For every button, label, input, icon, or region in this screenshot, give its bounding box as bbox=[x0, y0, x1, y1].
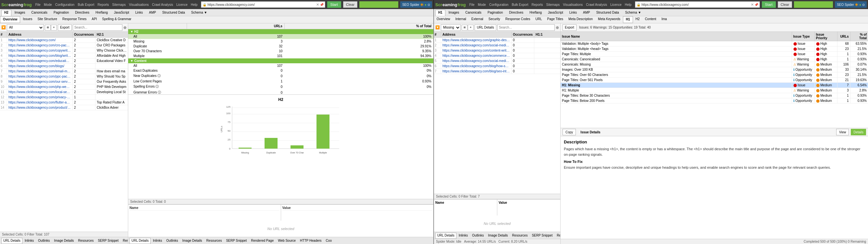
clear-button-left[interactable]: Clear bbox=[343, 1, 358, 8]
subtab-security-r[interactable]: Security bbox=[486, 16, 503, 23]
menu-config-1[interactable]: Configuration bbox=[54, 2, 76, 7]
table-row[interactable]: 5 https://www.clickboxagency.com/social-… bbox=[434, 58, 560, 64]
subtab-h1-r[interactable]: H1 bbox=[623, 16, 633, 23]
overview-row-over70[interactable]: Over 70 Characters 10 9.35% bbox=[128, 49, 433, 54]
table-row[interactable]: 3 https://www.clickboxagency.com/copywri… bbox=[0, 48, 128, 53]
tab-h1-right[interactable]: H1 bbox=[435, 10, 445, 16]
menu-licence-1[interactable]: Licence bbox=[175, 2, 189, 7]
btab-res-3[interactable]: Resources bbox=[510, 233, 530, 239]
issue-row[interactable]: Images: Over 100 KB ℹ Opportunity ⬤ Medi… bbox=[561, 67, 868, 72]
tab-structured[interactable]: Structured Data bbox=[159, 10, 188, 16]
content-row-low[interactable]: Low Content Pages 1 0.93% bbox=[128, 79, 433, 84]
subtab-pagetitles-r[interactable]: Page Titles bbox=[545, 16, 566, 23]
btab-rendered-2[interactable]: Rendered Page bbox=[249, 238, 276, 244]
tab-structured-r[interactable]: Structured Data bbox=[593, 10, 622, 16]
menu-vis-2[interactable]: Visualisations bbox=[561, 2, 584, 7]
menu-help-1[interactable]: Help bbox=[189, 2, 199, 7]
menu-crawl-2[interactable]: Crawl Analysis bbox=[584, 2, 609, 7]
menu-sitemaps-1[interactable]: Sitemaps bbox=[111, 2, 128, 7]
tab-images-r[interactable]: Images bbox=[446, 10, 462, 16]
tab-links-r[interactable]: Links bbox=[566, 10, 580, 16]
export-issues-btn[interactable]: Export bbox=[562, 24, 577, 31]
menu-reports-2[interactable]: Reports bbox=[530, 2, 545, 7]
btab-rendered-3[interactable]: Rendered Page bbox=[555, 233, 560, 239]
close-tab-left[interactable]: ✕ bbox=[315, 3, 320, 7]
export-button-3[interactable]: URL Details bbox=[474, 24, 496, 31]
btab-serp-3[interactable]: SERP Snippet bbox=[530, 233, 554, 239]
table-row[interactable]: 14 https://www.clickboxagency.com/produc… bbox=[0, 105, 128, 110]
filter-select-1[interactable]: All Missing Duplicate Over 70 Characters bbox=[7, 24, 44, 31]
view-list-icon[interactable]: ≡ bbox=[51, 25, 57, 30]
table-row[interactable]: 1 https://www.clickboxagency.com/graphic… bbox=[434, 38, 560, 43]
menu-file-1[interactable]: File bbox=[34, 2, 42, 7]
tab-schema-r[interactable]: Schema ▼ bbox=[622, 10, 644, 16]
start-button-left[interactable]: Start bbox=[327, 1, 341, 8]
table-row[interactable]: 5 https://www.clickboxagency.com/educati… bbox=[0, 58, 128, 64]
overview-row-duplicate[interactable]: Duplicate 32 29.91% bbox=[128, 44, 433, 49]
issue-row[interactable]: Page Titles: Over 561 Pixels ℹ Opportuni… bbox=[561, 78, 868, 83]
content-row-exact-dup[interactable]: Exact Duplicates 0 0% bbox=[128, 68, 433, 73]
view-button[interactable]: View bbox=[836, 129, 849, 135]
view-list-icon-3[interactable]: ≡ bbox=[468, 25, 474, 30]
btab-inlinks-1[interactable]: Inlinks bbox=[23, 238, 36, 244]
menu-sitemaps-2[interactable]: Sitemaps bbox=[545, 2, 562, 7]
tab-javascript-r[interactable]: JavaScript bbox=[545, 10, 566, 16]
table-row[interactable]: 4 https://www.clickboxagency.com/blog/wr… bbox=[0, 53, 128, 58]
menu-help-2[interactable]: Help bbox=[623, 2, 633, 7]
search-input-3[interactable] bbox=[497, 24, 555, 31]
subtab-ima-r[interactable]: Ima bbox=[659, 16, 670, 23]
start-button-right[interactable]: Start bbox=[762, 1, 776, 8]
subtab-url-r[interactable]: URL bbox=[533, 16, 545, 23]
subtab-external-r[interactable]: External bbox=[469, 16, 486, 23]
btab-serp-2[interactable]: SERP Snippet bbox=[224, 238, 249, 244]
issue-row[interactable]: Canonicals: Canonicalised ⚠ Warning ⬤ Hi… bbox=[561, 57, 868, 62]
btab-url-3[interactable]: URL Details bbox=[435, 233, 456, 239]
issue-row-highlighted[interactable]: H1: Missing ⬤ Issue ⬤ Medium 7 6.54% bbox=[561, 83, 868, 88]
tab-javascript[interactable]: JavaScript bbox=[111, 10, 132, 16]
menu-mode-1[interactable]: Mode bbox=[42, 2, 54, 7]
view-grid-icon[interactable]: ⊞ bbox=[45, 25, 51, 30]
table-row[interactable]: 2 https://www.clickboxagency.com/cro-pac… bbox=[0, 43, 128, 48]
table-row[interactable]: 10 https://www.clickboxagency.com/php-we… bbox=[0, 84, 128, 90]
clear-button-right[interactable]: Clear bbox=[778, 1, 792, 8]
btab-images-2[interactable]: Image Details bbox=[180, 238, 204, 244]
subtab-sitestructure[interactable]: Site Structure bbox=[35, 16, 60, 23]
close-tab-right[interactable]: ✕ bbox=[750, 3, 754, 7]
filter-btn-1[interactable]: ⊕ bbox=[123, 25, 127, 30]
menu-vis-1[interactable]: Visualisations bbox=[127, 2, 150, 7]
filter-select-3[interactable]: Missing All Multiple bbox=[441, 24, 461, 31]
tab-pagination[interactable]: Pagination bbox=[51, 10, 72, 16]
tab-directives-r[interactable]: Directives bbox=[506, 10, 526, 16]
table-row[interactable]: 1 https://www.clickboxagency.com/ 2 Clic… bbox=[0, 38, 128, 43]
btab-resources-2[interactable]: Resources bbox=[205, 238, 224, 244]
btab-coo-2[interactable]: Coo bbox=[324, 238, 334, 244]
copy-button[interactable]: Copy bbox=[562, 129, 576, 135]
pin-left[interactable]: 📌 bbox=[320, 3, 323, 6]
table-row[interactable]: 12 https://www.clickboxagency.com/privac… bbox=[0, 95, 128, 100]
table-row[interactable]: 4 https://www.clickboxagency.com/ecommer… bbox=[434, 53, 560, 58]
table-row[interactable]: 7 https://www.clickboxagency.com/email-m… bbox=[0, 69, 128, 74]
filter-btn-3[interactable]: ⊕ bbox=[556, 25, 559, 30]
view-grid-icon-3[interactable]: ⊞ bbox=[462, 25, 467, 30]
issue-row[interactable]: Page Titles: Below 30 Characters ℹ Oppor… bbox=[561, 93, 868, 98]
issue-row[interactable]: Page Titles: Below 200 Pixels ℹ Opportun… bbox=[561, 98, 868, 103]
subtab-response-r[interactable]: Response Codes bbox=[503, 16, 533, 23]
menu-reports-1[interactable]: Reports bbox=[96, 2, 111, 7]
subtab-api[interactable]: API bbox=[89, 16, 99, 23]
btab-images-1[interactable]: Image Details bbox=[52, 238, 75, 244]
tab-amp-r[interactable]: AMP bbox=[580, 10, 593, 16]
details-button[interactable]: Details bbox=[851, 129, 866, 135]
btab-outl-3[interactable]: Outlinks bbox=[470, 233, 486, 239]
table-row[interactable]: 7 https://www.clickboxagency.com/blog/se… bbox=[434, 69, 560, 74]
issue-row[interactable]: Validation: Multiple <body> Tags ⬤ Issue… bbox=[561, 41, 868, 47]
btab-inlinks-2[interactable]: Inlinks bbox=[151, 238, 164, 244]
subtab-content-r[interactable]: Content bbox=[642, 16, 659, 23]
table-row[interactable]: 11 https://www.clickboxagency.com/local-… bbox=[0, 90, 128, 95]
menu-file-2[interactable]: File bbox=[468, 2, 476, 7]
overview-row-all[interactable]: All 107 100% bbox=[128, 34, 433, 39]
btab-serp-1[interactable]: SERP Snippet bbox=[96, 238, 120, 244]
btab-resources-1[interactable]: Resources bbox=[76, 238, 96, 244]
btab-source-2[interactable]: Web Source bbox=[276, 238, 298, 244]
menu-mode-2[interactable]: Mode bbox=[476, 2, 488, 7]
btab-rendered-1[interactable]: Rendered Page bbox=[121, 238, 128, 244]
